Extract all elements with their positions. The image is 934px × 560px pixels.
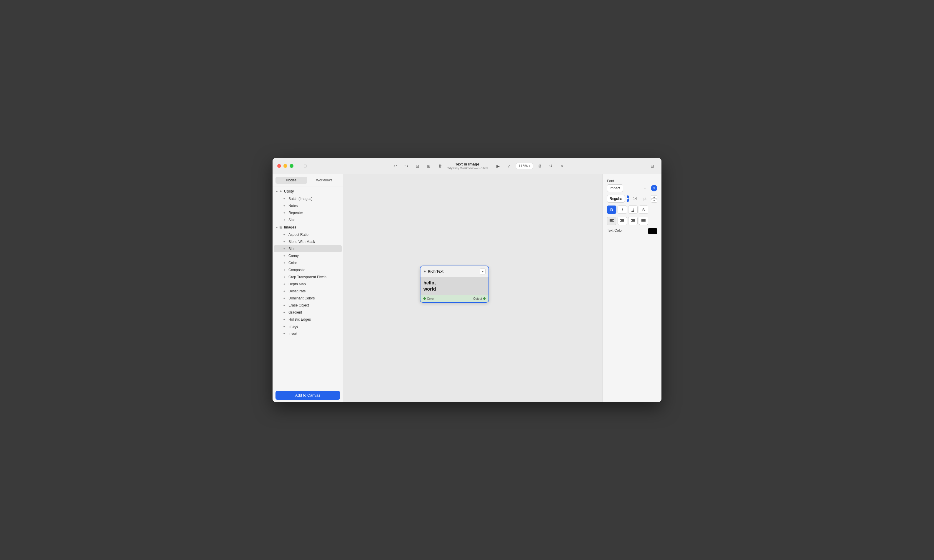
align-justify-icon bbox=[641, 219, 646, 223]
node-title-icon: ✦ bbox=[423, 270, 426, 274]
sidebar-item-blend-with-mask[interactable]: ✦ Blend With Mask bbox=[274, 238, 342, 245]
sidebar-item-color[interactable]: ✦ Color bbox=[274, 259, 342, 266]
main-window: ⊡ ↩ ↪ ⊡ ⊞ 🗑 Text in Image Odyssey Workfl… bbox=[273, 158, 661, 402]
tab-workflows[interactable]: Workflows bbox=[308, 177, 340, 184]
sidebar-toggle-button[interactable]: ⊡ bbox=[301, 162, 309, 170]
svg-rect-2 bbox=[610, 222, 614, 222]
zoom-label: 115% bbox=[519, 164, 528, 168]
item-icon: ✦ bbox=[282, 204, 286, 208]
share-button[interactable]: ⎙ bbox=[535, 162, 544, 170]
align-justify-button[interactable] bbox=[639, 217, 648, 225]
bold-button[interactable]: B bbox=[607, 206, 617, 214]
sidebar-item-desaturate[interactable]: ✦ Desaturate bbox=[274, 288, 342, 295]
sidebar-item-blur[interactable]: ✦ Blur bbox=[274, 245, 342, 252]
font-size-unit: pt bbox=[641, 197, 649, 201]
italic-button[interactable]: I bbox=[618, 206, 627, 214]
item-label: Image bbox=[288, 325, 298, 329]
sidebar-item-canny[interactable]: ✦ Canny bbox=[274, 252, 342, 259]
output-port[interactable]: Output bbox=[473, 297, 485, 300]
more-button[interactable]: » bbox=[558, 162, 567, 170]
sidebar-item-batch[interactable]: ✦ Batch (Images) bbox=[274, 195, 342, 202]
item-icon: ✦ bbox=[282, 303, 286, 308]
align-buttons-section bbox=[607, 217, 657, 225]
port-dot-output bbox=[483, 297, 485, 300]
weight-select[interactable]: Regular bbox=[607, 195, 625, 203]
canvas-area[interactable]: ✦ Rich Text ▾ hello,world Color bbox=[343, 174, 603, 402]
sidebar-item-dominant-colors[interactable]: ✦ Dominant Colors bbox=[274, 295, 342, 302]
document-title: Text in Image bbox=[455, 162, 479, 166]
size-decrease-button[interactable]: ▼ bbox=[651, 199, 657, 203]
sidebar-item-image[interactable]: ✦ Image bbox=[274, 323, 342, 330]
zoom-control[interactable]: 115% ▾ bbox=[516, 163, 533, 169]
font-size-display: 14 bbox=[631, 197, 639, 201]
text-color-label: Text Color bbox=[607, 228, 623, 232]
node-menu-button[interactable]: ▾ bbox=[480, 269, 485, 274]
font-select-wrapper: Impact bbox=[607, 184, 649, 192]
sidebar-item-aspect-ratio[interactable]: ✦ Aspect Ratio bbox=[274, 231, 342, 238]
tab-nodes[interactable]: Nodes bbox=[276, 177, 307, 184]
node-body[interactable]: hello,world bbox=[421, 277, 489, 295]
style-buttons-section: B I U S bbox=[607, 206, 657, 214]
sidebar-item-holistic-edges[interactable]: ✦ Holistic Edges bbox=[274, 316, 342, 323]
rich-text-node[interactable]: ✦ Rich Text ▾ hello,world Color bbox=[420, 266, 489, 303]
color-port[interactable]: Color bbox=[423, 297, 434, 300]
item-label: Blend With Mask bbox=[288, 240, 315, 244]
refresh-button[interactable]: ↺ bbox=[547, 162, 555, 170]
item-label: Depth Map bbox=[288, 282, 306, 286]
close-button[interactable] bbox=[277, 164, 281, 168]
align-right-button[interactable] bbox=[628, 217, 638, 225]
panel-button[interactable]: ⊟ bbox=[648, 162, 657, 170]
sidebar-item-crop[interactable]: ✦ Crop Transparent Pixels bbox=[274, 274, 342, 281]
sidebar-item-erase-object[interactable]: ✦ Erase Object bbox=[274, 302, 342, 309]
underline-button[interactable]: U bbox=[628, 206, 638, 214]
paste-button[interactable]: ⊞ bbox=[424, 162, 433, 170]
item-icon: ✦ bbox=[282, 211, 286, 215]
font-select[interactable]: Impact bbox=[607, 184, 623, 192]
chevron-down-icon: ▾ bbox=[276, 190, 277, 193]
sidebar-item-depth-map[interactable]: ✦ Depth Map bbox=[274, 281, 342, 288]
delete-button[interactable]: 🗑 bbox=[435, 162, 444, 170]
font-label: Font bbox=[607, 179, 657, 183]
sidebar-content: ▾ ✦ Utility ✦ Batch (Images) ✦ Notes ✦ bbox=[273, 186, 343, 388]
text-color-swatch[interactable] bbox=[648, 228, 657, 234]
item-icon: ✦ bbox=[282, 218, 286, 222]
item-label: Color bbox=[288, 261, 297, 265]
item-icon: ✦ bbox=[282, 261, 286, 265]
item-icon: ✦ bbox=[282, 268, 286, 272]
undo-button[interactable]: ↩ bbox=[391, 162, 399, 170]
sidebar-item-repeater[interactable]: ✦ Repeater bbox=[274, 209, 342, 216]
strikethrough-button[interactable]: S bbox=[639, 206, 648, 214]
document-subtitle: Odyssey Workflow — Edited bbox=[447, 166, 488, 170]
title-block: Text in Image Odyssey Workflow — Edited bbox=[447, 162, 488, 170]
align-left-button[interactable] bbox=[607, 217, 617, 225]
section-utility[interactable]: ▾ ✦ Utility bbox=[273, 188, 343, 195]
section-images[interactable]: ▾ ⊞ Images bbox=[273, 223, 343, 231]
item-label: Gradient bbox=[288, 310, 302, 314]
sidebar-item-size[interactable]: ✦ Size bbox=[274, 216, 342, 223]
resize-button[interactable]: ⤢ bbox=[505, 162, 513, 170]
add-to-canvas-button[interactable]: Add to Canvas bbox=[276, 391, 340, 400]
item-icon: ✦ bbox=[282, 282, 286, 286]
minimize-button[interactable] bbox=[284, 164, 287, 168]
node-text-content[interactable]: hello,world bbox=[423, 280, 485, 292]
node-title-label: Rich Text bbox=[428, 269, 444, 274]
play-button[interactable]: ▶ bbox=[493, 162, 502, 170]
item-icon: ✦ bbox=[282, 197, 286, 201]
item-label: Erase Object bbox=[288, 303, 309, 308]
maximize-button[interactable] bbox=[290, 164, 293, 168]
sidebar-item-notes[interactable]: ✦ Notes bbox=[274, 202, 342, 209]
sidebar-item-invert[interactable]: ✦ Invert bbox=[274, 330, 342, 337]
weight-picker-button[interactable]: ▾ bbox=[627, 195, 629, 202]
item-label: Aspect Ratio bbox=[288, 232, 308, 237]
size-increase-button[interactable]: ▲ bbox=[651, 195, 657, 199]
item-icon: ✦ bbox=[282, 325, 286, 329]
sidebar-item-composite[interactable]: ✦ Composite bbox=[274, 266, 342, 274]
font-picker-button[interactable]: ▾ bbox=[651, 185, 657, 191]
sidebar-item-gradient[interactable]: ✦ Gradient bbox=[274, 309, 342, 316]
redo-button[interactable]: ↪ bbox=[402, 162, 411, 170]
copy-button[interactable]: ⊡ bbox=[413, 162, 422, 170]
zoom-chevron-icon: ▾ bbox=[529, 164, 530, 168]
node-footer: Color Output bbox=[421, 295, 489, 302]
align-center-button[interactable] bbox=[618, 217, 627, 225]
node-container: ✦ Rich Text ▾ hello,world Color bbox=[420, 266, 489, 303]
